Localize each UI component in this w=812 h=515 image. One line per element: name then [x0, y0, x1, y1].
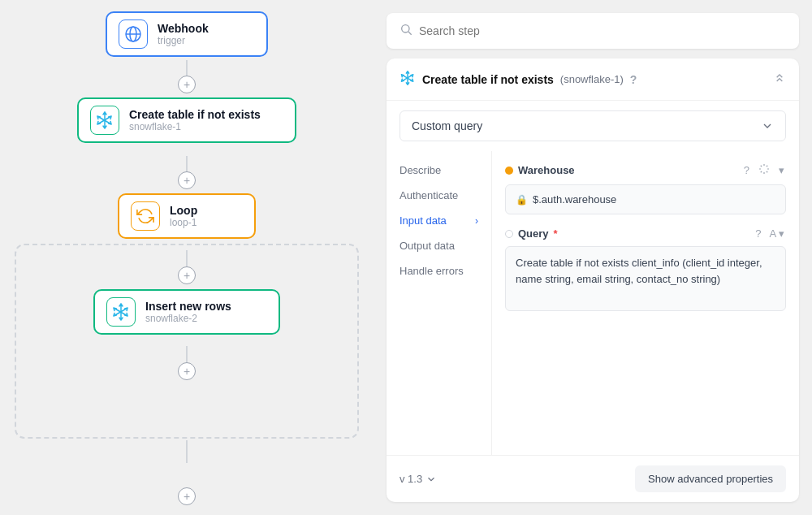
query-type-label: Custom query	[412, 119, 482, 132]
warehouse-actions: ? ▾	[742, 161, 786, 180]
search-input[interactable]	[419, 24, 786, 37]
query-indicator	[505, 230, 513, 238]
props-card-footer: v 1.3 Show advanced properties	[387, 455, 799, 502]
query-label-row: Query * ? A ▾	[505, 226, 786, 241]
warehouse-options-btn[interactable]	[756, 161, 772, 180]
warehouse-value-box: 🔒 $.auth.warehouse	[505, 184, 786, 214]
add-btn-1[interactable]: +	[178, 76, 196, 93]
snowflake1-icon-box	[90, 106, 119, 135]
loop-node[interactable]: Loop loop-1	[118, 193, 256, 239]
help-icon[interactable]: ?	[630, 73, 637, 86]
version-badge[interactable]: v 1.3	[400, 473, 437, 485]
add-btn-2[interactable]: +	[178, 171, 196, 189]
props-body: Describe Authenticate Input data › Outpu…	[387, 151, 799, 455]
tab-authenticate[interactable]: Authenticate	[387, 183, 491, 208]
warehouse-indicator	[505, 167, 513, 175]
query-actions: ? A ▾	[754, 226, 786, 241]
warehouse-label-row: Warehouse ? ▾	[505, 161, 786, 180]
warehouse-value: $.auth.warehouse	[533, 193, 616, 206]
props-card-header: Create table if not exists (snowflake-1)…	[387, 58, 799, 101]
warehouse-help-btn[interactable]: ?	[742, 162, 751, 178]
add-btn-5[interactable]: +	[178, 487, 196, 505]
step-id-badge: (snowflake-1)	[560, 73, 624, 85]
warehouse-expand-btn[interactable]: ▾	[777, 162, 786, 178]
lock-icon: 🔒	[516, 194, 528, 206]
dropdown-chevron-icon	[761, 119, 774, 132]
version-chevron-icon	[425, 474, 437, 485]
snowflake1-sublabel: snowflake-1	[129, 121, 261, 132]
snowflake2-node[interactable]: Insert new rows snowflake-2	[93, 289, 280, 335]
query-field-section: Query * ? A ▾ Create table if not exists…	[505, 226, 786, 311]
tab-input-data[interactable]: Input data ›	[387, 208, 491, 233]
query-type-dropdown[interactable]: Custom query	[400, 110, 786, 141]
loop-sublabel: loop-1	[170, 217, 197, 228]
tab-arrow-icon: ›	[475, 215, 478, 227]
tab-content: Warehouse ? ▾ 🔒	[492, 151, 799, 455]
tabs-sidebar: Describe Authenticate Input data › Outpu…	[387, 151, 492, 455]
loop-icon-box	[131, 201, 160, 231]
loop-label: Loop	[170, 204, 197, 217]
required-star: *	[554, 227, 558, 240]
svg-line-4	[408, 32, 412, 35]
svg-point-3	[402, 25, 409, 32]
props-card-title: Create table if not exists (snowflake-1)…	[400, 70, 637, 89]
version-text: v 1.3	[400, 473, 422, 485]
snowflake-header-icon	[400, 70, 416, 89]
connector-5	[186, 440, 188, 463]
tab-output-data[interactable]: Output data	[387, 233, 491, 258]
snowflake2-sublabel: snowflake-2	[145, 313, 231, 324]
show-advanced-button[interactable]: Show advanced properties	[635, 465, 786, 492]
collapse-icon[interactable]	[773, 71, 786, 87]
query-value: Create table if not exists client_info (…	[516, 257, 762, 285]
add-btn-4[interactable]: +	[178, 362, 196, 380]
search-bar[interactable]	[387, 13, 799, 49]
webhook-label: Webhook	[158, 22, 209, 35]
snowflake1-label: Create table if not exists	[129, 108, 261, 121]
properties-panel: Create table if not exists (snowflake-1)…	[374, 0, 812, 515]
props-title-text: Create table if not exists	[422, 73, 554, 86]
webhook-sublabel: trigger	[158, 35, 209, 46]
snowflake1-node[interactable]: Create table if not exists snowflake-1	[77, 97, 296, 143]
add-btn-3[interactable]: +	[178, 266, 196, 284]
webhook-node[interactable]: Webhook trigger	[106, 11, 268, 57]
snowflake2-icon-box	[106, 297, 136, 327]
webhook-icon-box	[119, 19, 148, 49]
warehouse-label: Warehouse	[505, 164, 575, 176]
tab-describe[interactable]: Describe	[387, 158, 491, 183]
query-help-btn[interactable]: ?	[754, 226, 762, 241]
warehouse-field-section: Warehouse ? ▾ 🔒	[505, 161, 786, 214]
snowflake2-label: Insert new rows	[145, 300, 231, 313]
query-label: Query *	[505, 227, 558, 240]
query-textarea: Create table if not exists client_info (…	[505, 246, 786, 311]
tab-handle-errors[interactable]: Handle errors	[387, 258, 491, 283]
workflow-canvas: Webhook trigger + Create table if not ex…	[0, 0, 374, 515]
query-format-btn[interactable]: A ▾	[767, 226, 786, 241]
search-icon	[400, 23, 412, 39]
props-card: Create table if not exists (snowflake-1)…	[387, 58, 799, 502]
